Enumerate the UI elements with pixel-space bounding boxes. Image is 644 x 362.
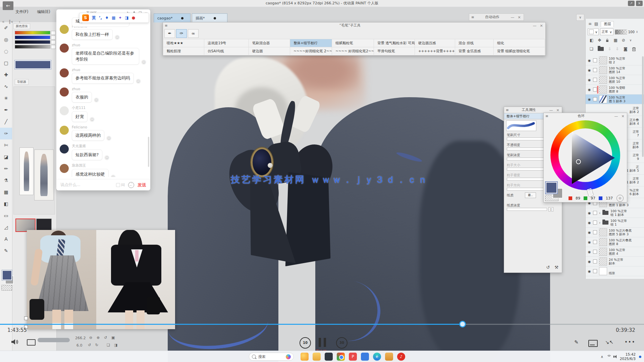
- zoom-out-icon[interactable]: ⊖: [89, 336, 92, 340]
- tab-chahua[interactable]: 插画*: [192, 13, 227, 22]
- layer-row[interactable]: ◉ › 100 %正常 图层 10: [586, 75, 644, 85]
- visibility-eye-icon[interactable]: ◉: [586, 98, 593, 101]
- tab-navigator[interactable]: 导航器: [15, 79, 29, 85]
- lock-icon[interactable]: [605, 39, 609, 42]
- slider-track[interactable]: [507, 168, 547, 171]
- subtitle-icon[interactable]: [588, 340, 598, 347]
- avatar[interactable]: [60, 68, 69, 77]
- opacity-stepper-icon[interactable]: ⇕: [636, 31, 638, 34]
- subtool-item[interactable]: 笔刷混合器: [249, 39, 290, 47]
- volume-icon[interactable]: [615, 355, 616, 358]
- current-color-bar[interactable]: [15, 60, 51, 69]
- overlay-close-button[interactable]: ×: [636, 1, 643, 6]
- toolbox-icon[interactable]: ◨: [125, 15, 128, 20]
- message-emoji-button[interactable]: ☺: [136, 79, 141, 84]
- taskbar-app-icon[interactable]: ♪: [397, 353, 405, 361]
- flip-icon[interactable]: ❏: [107, 343, 110, 347]
- layer-row[interactable]: ◉ › 24 %正常 副本: [586, 257, 644, 266]
- value-slider[interactable]: [15, 40, 50, 44]
- menu-item[interactable]: 文件(F): [15, 9, 29, 16]
- keyboard-icon[interactable]: ▦: [112, 15, 115, 20]
- layer-checkbox[interactable]: [593, 221, 597, 225]
- layer-checkbox[interactable]: [593, 78, 597, 82]
- new-folder-icon[interactable]: [598, 47, 604, 51]
- taskbar-app-icon[interactable]: [325, 353, 333, 361]
- overlay-pin-button[interactable]: ↗: [628, 1, 635, 6]
- wifi-icon[interactable]: [607, 355, 611, 358]
- subtool-item[interactable]: 整体+细节都行: [290, 39, 332, 47]
- slider-track[interactable]: [507, 137, 547, 140]
- slider-value-box[interactable]: [51, 31, 56, 35]
- layer-row[interactable]: ◉ › 纸张: [586, 266, 644, 276]
- subtool-item[interactable]: 喷枪★★★: [163, 39, 204, 47]
- subtool-item[interactable]: 细腻颗粒笔: [332, 39, 374, 47]
- expand-arrow-icon[interactable]: ›: [599, 221, 602, 225]
- tab-caogao[interactable]: caogao*: [154, 13, 191, 22]
- visibility-eye-icon[interactable]: ◉: [586, 78, 593, 82]
- layer-checkbox[interactable]: [593, 259, 597, 263]
- avatar[interactable]: [60, 144, 69, 154]
- eyedropper-icon[interactable]: ◎: [616, 195, 624, 202]
- opacity-slider[interactable]: [615, 29, 627, 35]
- paper-select-button[interactable]: 最..: [525, 192, 536, 198]
- subtool-item[interactable]: 仿SAI勾线: [204, 47, 249, 55]
- taskbar-app-icon[interactable]: [301, 353, 309, 361]
- minimize-icon[interactable]: —: [510, 15, 515, 19]
- visibility-eye-icon[interactable]: ◉: [586, 231, 593, 234]
- menu-icon[interactable]: ≡: [165, 23, 168, 27]
- layer-row[interactable]: ◉ › 100 %正常 图层 14: [586, 65, 644, 75]
- mirror-icon[interactable]: ◨: [114, 343, 117, 347]
- layer-checkbox[interactable]: [593, 240, 597, 244]
- chevron-down-icon[interactable]: ∨: [630, 39, 632, 42]
- visibility-eye-icon[interactable]: ◉: [586, 240, 593, 244]
- sogou-logo-icon[interactable]: S: [82, 14, 89, 21]
- color-selector-circle[interactable]: [576, 159, 581, 164]
- menu-icon[interactable]: ≡: [506, 108, 509, 112]
- layer-mask-icon[interactable]: ◙: [624, 47, 628, 51]
- notification-icon[interactable]: [639, 356, 641, 358]
- resize-handle[interactable]: [24, 316, 28, 320]
- subtool-item[interactable]: 背景 细腻纹理细化笔: [494, 47, 545, 55]
- subtool-item[interactable]: 硬边圆压感: [415, 39, 455, 47]
- taskbar-app-icon[interactable]: [385, 353, 393, 361]
- tool-button[interactable]: ◧: [0, 198, 12, 210]
- gray-slider[interactable]: [15, 45, 50, 49]
- shrink-icon[interactable]: ↘↖: [605, 339, 613, 345]
- avatar[interactable]: [60, 25, 69, 34]
- layer-row[interactable]: ◉ › 100 %正常 组 1: [586, 218, 644, 228]
- blend-mode-dropdown[interactable]: 正常 ∨: [600, 28, 613, 35]
- chat-input[interactable]: 说点什么...: [60, 182, 113, 188]
- transparent-color-swatch[interactable]: [1, 285, 12, 291]
- layer-checkbox[interactable]: [593, 68, 597, 72]
- chat-scrollbar[interactable]: [148, 137, 149, 167]
- trash-icon[interactable]: [632, 47, 636, 51]
- subtool-item[interactable]: ++++++背景++++++++++++++++: [415, 47, 455, 55]
- tool-button[interactable]: ✒: [0, 104, 12, 116]
- copilot-icon[interactable]: [286, 354, 291, 359]
- forward-30-button[interactable]: 30: [336, 337, 347, 349]
- tool-button[interactable]: ✚: [0, 69, 12, 81]
- main-color-swatch[interactable]: [546, 182, 557, 193]
- pause-button[interactable]: [319, 338, 327, 347]
- transfer-down-icon[interactable]: ⇩: [608, 47, 611, 51]
- wrench-icon[interactable]: ⚒: [554, 265, 558, 270]
- tool-button[interactable]: ╱: [0, 116, 12, 128]
- layer-checkbox[interactable]: [593, 97, 597, 101]
- close-icon[interactable]: ×: [517, 15, 522, 19]
- auto-action-titlebar[interactable]: ≡ 自动动作 — ×: [469, 13, 524, 21]
- tool-button[interactable]: ▭: [0, 210, 12, 222]
- close-icon[interactable]: ×: [539, 23, 544, 28]
- mask-disable-icon[interactable]: ⊘: [622, 38, 625, 43]
- collapse-left2-icon[interactable]: ‖«: [9, 19, 13, 24]
- menu-icon[interactable]: ≡: [471, 15, 474, 19]
- tool-button[interactable]: ✑: [0, 128, 12, 139]
- fit-screen-icon[interactable]: ▣: [111, 336, 115, 340]
- zoom-reset-icon[interactable]: ↺: [104, 336, 107, 340]
- clip-icon[interactable]: ◧: [590, 38, 593, 43]
- tab-layers[interactable]: 图层: [601, 21, 614, 27]
- layers-scrollbar[interactable]: [642, 56, 644, 157]
- taskbar-search[interactable]: 搜索: [249, 353, 294, 361]
- avatar[interactable]: [60, 126, 69, 135]
- layer-row[interactable]: ◉ › 100 %正常 组 1 副本: [586, 208, 644, 218]
- expand-arrow-icon[interactable]: ›: [599, 211, 602, 215]
